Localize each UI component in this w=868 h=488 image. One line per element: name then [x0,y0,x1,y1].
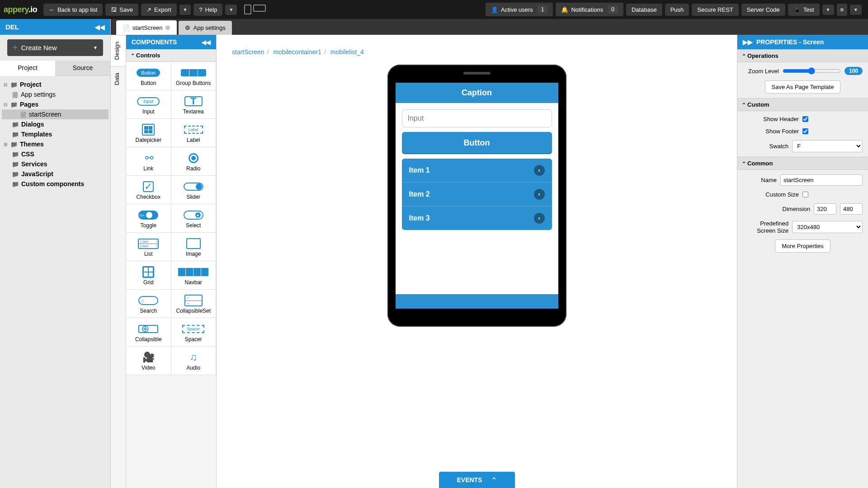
section-custom[interactable]: Custom [737,98,868,111]
tree-project[interactable]: ⊟Project [2,80,108,89]
mock-list-item[interactable]: Item 1› [402,159,552,183]
menu-dropdown[interactable]: ▼ [850,5,862,15]
create-new-button[interactable]: + Create New ▼ [7,39,103,56]
menu-button[interactable]: ≡ [837,4,848,16]
save-label: Save [119,6,133,13]
portrait-icon[interactable] [244,5,251,14]
comp-slider[interactable]: Slider [171,176,217,204]
comp-input[interactable]: InputInput [126,90,171,119]
tree-templates[interactable]: Templates [2,129,108,139]
comp-toggle[interactable]: OnToggle [126,204,171,233]
database-button[interactable]: Database [626,4,662,16]
secure-rest-button[interactable]: Secure REST [692,4,738,16]
landscape-icon[interactable] [253,5,266,12]
back-button[interactable]: ←Back to app list [43,4,103,16]
section-common[interactable]: Common [737,157,868,170]
notifications-button[interactable]: 🔔Notifications0 [556,3,623,16]
side-tab-data[interactable]: Data [111,66,126,91]
tree-css[interactable]: CSS [2,149,108,159]
mock-input[interactable] [402,109,552,127]
section-controls[interactable]: Controls [126,49,216,62]
tree-dialogs[interactable]: Dialogs [2,119,108,129]
mock-footer[interactable] [396,294,558,309]
device-screen[interactable]: Caption Button Item 1› Item 2› Item 3› [396,83,558,309]
breadcrumb-startscreen[interactable]: startScreen [232,48,264,56]
save-button[interactable]: 🖫Save [105,4,138,16]
show-footer-checkbox[interactable] [802,128,808,134]
show-header-checkbox[interactable] [802,116,808,122]
comp-collapsible[interactable]: ⊕Collapsible [126,318,171,347]
mock-list-item[interactable]: Item 3› [402,206,552,230]
help-dropdown[interactable]: ▼ [225,5,237,15]
help-button[interactable]: ?Help [193,4,222,16]
custom-size-checkbox[interactable] [802,192,808,197]
comp-grid[interactable]: Grid [126,261,171,290]
comp-label[interactable]: LabelLabel [171,119,217,147]
swatch-select[interactable]: F [792,140,863,152]
more-properties-button[interactable]: More Properties [775,239,830,253]
tree-start-screen[interactable]: startScreen [2,109,108,119]
comp-image[interactable]: Image [171,233,217,261]
expand-panel-icon[interactable]: ▶▶ [743,38,753,46]
file-tab-startscreen[interactable]: 📄startScreen⊗ [116,20,177,35]
comp-checkbox[interactable]: ✓Checkbox [126,176,171,204]
active-users-button[interactable]: 👤Active users1 [486,3,553,16]
tab-project[interactable]: Project [0,61,55,76]
close-icon[interactable]: ⊗ [165,24,170,31]
server-code-button[interactable]: Server Code [741,4,785,16]
tree-pages[interactable]: ⊟Pages [2,99,108,109]
export-dropdown[interactable]: ▼ [179,5,191,15]
zoom-slider[interactable] [783,67,841,75]
tree-themes[interactable]: ⊞Themes [2,139,108,149]
collapse-panel-icon[interactable]: ◀◀ [202,39,211,46]
tree-javascript[interactable]: JavaScript [2,169,108,179]
comp-video[interactable]: 🎥Video [126,347,171,375]
predefined-size-select[interactable]: 320x480 [792,221,863,233]
comp-spacer[interactable]: SpacerSpacer [171,318,217,347]
mock-body[interactable]: Button Item 1› Item 2› Item 3› [396,103,558,294]
chevron-up-icon: ⌃ [491,476,497,483]
side-tab-design[interactable]: Design [111,35,126,66]
name-input[interactable] [780,174,863,186]
comp-search[interactable]: ⌕Search [126,290,171,318]
comp-navbar[interactable]: Navbar [171,261,217,290]
mock-button[interactable]: Button [402,132,552,154]
comp-label: Search [140,308,157,314]
collapse-icon[interactable]: ⊟ [4,82,8,87]
mock-caption[interactable]: Caption [396,83,558,103]
test-button[interactable]: 📱Test [788,4,820,16]
user-icon: 👤 [491,6,498,13]
comp-select[interactable]: Select [171,204,217,233]
events-drawer-button[interactable]: EVENTS⌃ [439,472,514,488]
folder-icon [12,170,19,178]
comp-collapsible-set[interactable]: ○○CollapsibleSet [171,290,217,318]
dimension-width-input[interactable] [814,203,836,215]
comp-audio[interactable]: ♫Audio [171,347,217,375]
save-template-button[interactable]: Save As Page Template [765,80,841,94]
mock-list[interactable]: Item 1› Item 2› Item 3› [402,159,552,230]
export-button[interactable]: ↗Export [141,4,177,16]
collapse-sidebar-icon[interactable]: ◀◀ [95,23,105,31]
comp-label: CollapsibleSet [176,308,211,314]
section-operations[interactable]: Operations [737,49,868,62]
tree-app-settings[interactable]: App settings [2,89,108,99]
mock-list-item[interactable]: Item 2› [402,183,552,206]
breadcrumb-mobilelist[interactable]: mobilelist_4 [330,48,364,56]
comp-list[interactable]: 1.Item›2.Item›List [126,233,171,261]
comp-link[interactable]: ⚯Link [126,147,171,176]
comp-datepicker[interactable]: Datepicker [126,119,171,147]
comp-button[interactable]: ButtonButton [126,62,171,90]
dimension-height-input[interactable] [840,203,863,215]
test-dropdown[interactable]: ▼ [822,5,834,15]
collapse-icon[interactable]: ⊟ [4,102,8,107]
tree-custom-components[interactable]: Custom components [2,179,108,189]
tree-services[interactable]: Services [2,159,108,169]
file-tab-app-settings[interactable]: ⚙App settings [179,21,232,35]
push-button[interactable]: Push [665,4,689,16]
comp-radio[interactable]: Radio [171,147,217,176]
tab-source[interactable]: Source [55,61,110,75]
comp-group-buttons[interactable]: Group Buttons [171,62,217,90]
breadcrumb-mobilecontainer[interactable]: mobilecontainer1 [273,48,321,56]
expand-icon[interactable]: ⊞ [4,142,8,147]
comp-textarea[interactable]: TTextarea [171,90,217,119]
